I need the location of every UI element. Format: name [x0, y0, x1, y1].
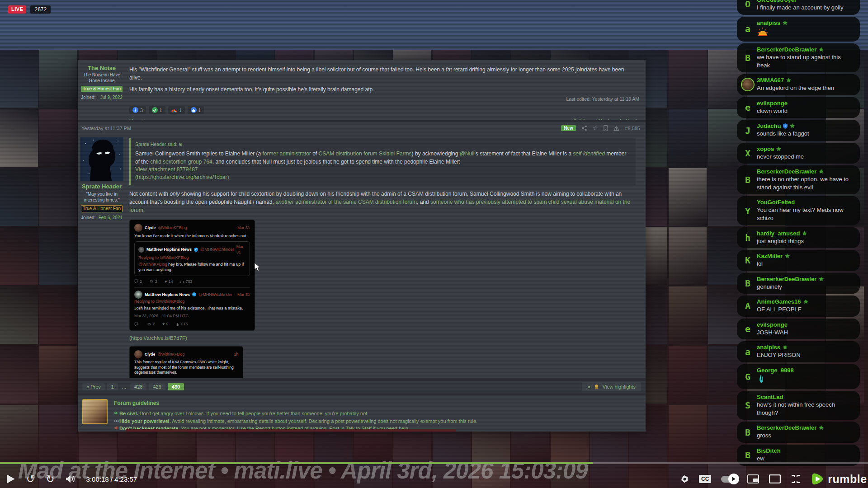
quote-attribution[interactable]: Sprate Header said: ⊕: [135, 141, 631, 148]
chat-username[interactable]: BerserkerDeeBrawler: [757, 424, 855, 431]
chat-avatar[interactable]: K: [741, 253, 755, 267]
bookmark-icon[interactable]: [603, 125, 608, 131]
chat-avatar[interactable]: e: [741, 322, 755, 336]
chat-message: eevilspongeclown world: [737, 97, 860, 118]
fullscreen-button[interactable]: [791, 474, 801, 484]
inline-link[interactable]: former administrator: [262, 150, 311, 157]
settings-button[interactable]: [680, 475, 689, 483]
chat-avatar[interactable]: [741, 78, 755, 91]
rumble-logo[interactable]: rumble: [811, 472, 867, 486]
chat-avatar[interactable]: a: [741, 345, 755, 359]
page-button-428[interactable]: 428: [130, 383, 146, 390]
post2-new-badge: New: [561, 125, 576, 131]
chat-username[interactable]: BisDitch: [757, 447, 855, 454]
page-button-429[interactable]: 429: [149, 383, 165, 390]
reaction-badge[interactable]: 1: [149, 106, 165, 114]
star-icon[interactable]: ☆: [593, 125, 598, 131]
inline-link[interactable]: administrator of the same CSAM distribut…: [294, 199, 417, 205]
chat-username[interactable]: BerserkerDeeBrawler: [757, 276, 855, 282]
chat-username[interactable]: KazMiller: [757, 253, 855, 259]
chat-avatar[interactable]: O: [741, 0, 755, 11]
chat-avatar[interactable]: X: [741, 146, 755, 160]
chat-message: JJudachusounds like a faggot: [737, 120, 860, 141]
chat-username[interactable]: George_9998: [757, 367, 855, 374]
post2-timestamp[interactable]: Yesterday at 11:37 PM: [81, 126, 131, 131]
seekbar-played[interactable]: [0, 462, 593, 464]
post2-number[interactable]: #8,585: [625, 126, 640, 131]
chat-username[interactable]: xopos: [757, 145, 855, 152]
chat-username[interactable]: ScantLad: [757, 394, 855, 400]
chat-username[interactable]: YouGotFelted: [757, 199, 855, 206]
chat-avatar[interactable]: h: [741, 231, 755, 244]
chat-avatar[interactable]: B: [741, 51, 755, 65]
chat-username[interactable]: evilsponge: [757, 321, 855, 328]
chat-avatar[interactable]: Y: [741, 204, 755, 218]
report-flag-icon[interactable]: [613, 125, 619, 131]
seekbar-remaining[interactable]: [593, 462, 868, 464]
viewer-count: 2672: [30, 5, 51, 14]
chat-username[interactable]: hardly_amused: [757, 230, 855, 237]
chat-avatar[interactable]: B: [741, 173, 755, 187]
prev-page-button[interactable]: « Prev: [82, 383, 105, 390]
page-button-1[interactable]: 1: [107, 383, 118, 390]
share-icon[interactable]: [581, 125, 587, 131]
inline-link[interactable]: another: [275, 199, 294, 205]
archive-link-1[interactable]: (https://archive.is/B7d7F): [129, 335, 639, 341]
chat-emote: [757, 374, 855, 386]
chat-message-text: An edgelord on the edge then: [757, 84, 855, 92]
live-chat-panel[interactable]: OOKCdestroyerI finally made an account b…: [737, 0, 868, 466]
rewind-button[interactable]: ↺: [26, 473, 35, 485]
inline-link[interactable]: CSAM distribution forum Skibidi Farms: [319, 150, 412, 157]
chat-message: aanalpissENJOY PRISON: [737, 341, 860, 362]
chat-message-text: lol: [757, 260, 855, 268]
guidelines-avatar[interactable]: [82, 399, 108, 424]
chat-avatar[interactable]: B: [741, 426, 755, 439]
reaction-badge[interactable]: i3: [129, 106, 146, 114]
post1-author-name[interactable]: The Noise: [80, 65, 123, 71]
chat-avatar[interactable]: e: [741, 101, 755, 114]
view-highlights-button[interactable]: « View highlights: [582, 382, 641, 391]
views-icon: [175, 322, 179, 326]
volume-button[interactable]: [66, 475, 75, 483]
post1-like-button[interactable]: Like: [572, 118, 589, 120]
chat-username[interactable]: BerserkerDeeBrawler: [757, 168, 855, 175]
page-button-430[interactable]: 430: [168, 383, 184, 390]
chat-avatar[interactable]: A: [741, 299, 755, 313]
pip-button[interactable]: [747, 474, 759, 483]
inline-link[interactable]: child sextortion group 764: [150, 159, 212, 165]
star-badge-icon: [785, 253, 790, 258]
theater-mode-button[interactable]: [769, 474, 781, 483]
post1-quote-button[interactable]: +Quote: [595, 118, 613, 120]
chat-username[interactable]: Judachu: [757, 122, 855, 129]
chat-username[interactable]: OKCdestroyer: [757, 0, 855, 3]
chat-avatar[interactable]: G: [741, 370, 755, 384]
ghostarchive-link[interactable]: (https://ghostarchive.org/archive/Tcbar): [135, 174, 229, 180]
forward-button[interactable]: ↻: [46, 473, 54, 485]
attachment-link[interactable]: View attachment 8779487: [135, 166, 198, 173]
chat-username[interactable]: 3MMA667: [757, 77, 855, 84]
post2-avatar[interactable]: [80, 137, 123, 181]
chat-username[interactable]: BerserkerDeeBrawler: [757, 46, 855, 53]
chat-avatar[interactable]: a: [741, 22, 755, 36]
captions-button[interactable]: CC: [699, 475, 711, 483]
chat-avatar[interactable]: B: [741, 277, 755, 290]
post2-author-badge: True & Honest Fan: [81, 205, 123, 212]
inline-link[interactable]: @Null: [460, 150, 475, 157]
chat-username[interactable]: AnimeGames16: [757, 298, 855, 305]
inline-link[interactable]: self-identified: [573, 150, 605, 157]
chat-username[interactable]: analpiss: [757, 19, 855, 26]
play-button[interactable]: [6, 474, 15, 484]
post1-report-link[interactable]: Report: [129, 118, 145, 120]
chat-username[interactable]: analpiss: [757, 344, 855, 351]
reaction-badge[interactable]: 1: [188, 106, 204, 114]
post2-author-name[interactable]: Sprate Header: [80, 183, 123, 190]
jump-icon: «: [587, 384, 590, 390]
chat-avatar[interactable]: J: [741, 124, 755, 137]
reaction-badge[interactable]: 1: [168, 106, 185, 114]
autoplay-toggle[interactable]: [721, 476, 737, 483]
guideline-rule: Be civil. Don't get angry over Lolcows. …: [114, 410, 478, 418]
chat-username[interactable]: evilsponge: [757, 100, 855, 107]
post1-reply-button[interactable]: Reply: [619, 118, 639, 120]
chat-avatar[interactable]: B: [741, 448, 755, 462]
chat-avatar[interactable]: S: [741, 399, 755, 412]
